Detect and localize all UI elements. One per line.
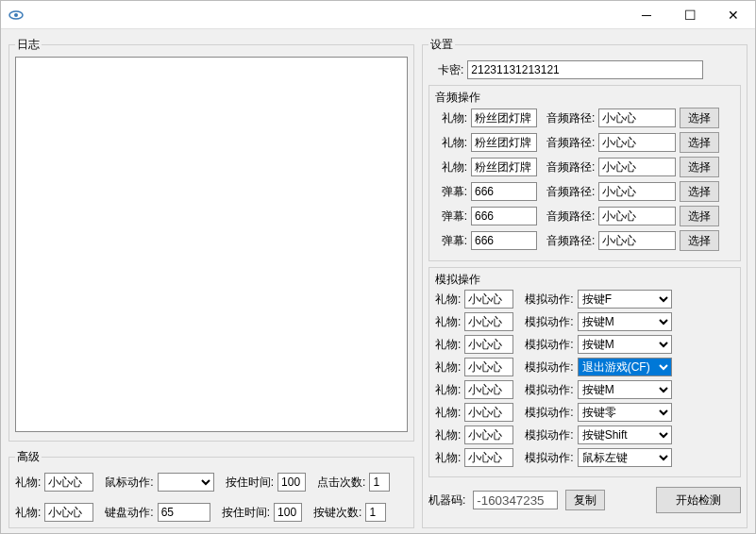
audio-title: 音频操作 <box>435 90 734 106</box>
audio-select-button[interactable]: 选择 <box>680 132 719 153</box>
sim-action-select[interactable]: 按键零 <box>578 403 672 422</box>
audio-path-input[interactable] <box>598 231 676 250</box>
sim-gift-input[interactable] <box>464 403 513 422</box>
hold-time-label-2: 按住时间: <box>222 505 270 521</box>
audio-select-button[interactable]: 选择 <box>680 157 719 177</box>
content-area: 日志 高级 礼物: 鼠标动作: 按住时间: 点击次数: 礼物: <box>1 29 755 534</box>
sim-action-select[interactable]: 按键M <box>578 335 672 354</box>
minimize-button[interactable]: ─ <box>625 1 668 29</box>
main-window: ─ ☐ ✕ 日志 高级 礼物: 鼠标动作: 按住时间: 点击次数: <box>0 0 756 534</box>
audio-path-input[interactable] <box>598 182 676 201</box>
settings-panel: 设置 卡密: 音频操作 礼物:音频路径:选择礼物:音频路径:选择礼物:音频路径:… <box>422 37 748 528</box>
sim-action-select[interactable]: 鼠标左键 <box>578 448 672 467</box>
audio-path-input[interactable] <box>598 108 676 127</box>
sim-gift-label: 礼物: <box>435 450 461 466</box>
audio-value-input[interactable] <box>471 133 537 152</box>
audio-path-input[interactable] <box>598 207 676 225</box>
audio-group: 音频操作 礼物:音频路径:选择礼物:音频路径:选择礼物:音频路径:选择弹幕:音频… <box>428 85 741 261</box>
sim-action-select[interactable]: 按键F <box>578 290 672 309</box>
app-icon <box>8 8 24 23</box>
gift-input-2[interactable] <box>44 503 93 522</box>
audio-path-label: 音频路径: <box>546 159 595 175</box>
log-textarea[interactable] <box>15 57 408 432</box>
titlebar: ─ ☐ ✕ <box>1 1 755 29</box>
sim-gift-input[interactable] <box>464 335 513 354</box>
sim-action-label: 模拟动作: <box>525 382 573 398</box>
audio-type-label: 弹幕: <box>435 209 467 225</box>
close-button[interactable]: ✕ <box>712 1 755 29</box>
audio-select-button[interactable]: 选择 <box>680 206 719 226</box>
audio-path-label: 音频路径: <box>546 184 595 200</box>
sim-gift-label: 礼物: <box>435 337 461 353</box>
sim-action-label: 模拟动作: <box>525 314 573 330</box>
sim-gift-input[interactable] <box>464 426 513 444</box>
card-input[interactable] <box>467 60 703 79</box>
audio-value-input[interactable] <box>471 207 537 225</box>
svg-point-1 <box>14 13 18 17</box>
log-panel: 日志 <box>8 37 414 442</box>
sim-action-label: 模拟动作: <box>525 359 573 375</box>
sim-action-label: 模拟动作: <box>525 292 573 308</box>
audio-type-label: 弹幕: <box>435 233 467 249</box>
sim-action-select[interactable]: 按键M <box>578 380 672 399</box>
click-count-input[interactable] <box>369 473 390 492</box>
mouse-action-select[interactable] <box>158 473 214 492</box>
sim-title: 模拟操作 <box>435 272 734 288</box>
audio-value-input[interactable] <box>471 158 537 176</box>
audio-type-label: 礼物: <box>435 110 467 126</box>
sim-gift-input[interactable] <box>464 448 513 467</box>
sim-gift-label: 礼物: <box>435 427 461 443</box>
audio-value-input[interactable] <box>471 231 537 250</box>
audio-type-label: 弹幕: <box>435 184 467 200</box>
keyboard-action-input[interactable] <box>158 503 210 522</box>
sim-gift-input[interactable] <box>464 358 513 376</box>
copy-button[interactable]: 复制 <box>565 490 605 510</box>
hold-time-label-1: 按住时间: <box>226 475 274 491</box>
audio-path-label: 音频路径: <box>546 233 595 249</box>
gift-label-2: 礼物: <box>15 505 41 521</box>
sim-action-select[interactable]: 按键Shift <box>578 426 672 444</box>
card-label: 卡密: <box>438 62 463 78</box>
sim-action-label: 模拟动作: <box>525 427 573 443</box>
keyboard-action-label: 键盘动作: <box>105 505 153 521</box>
sim-gift-input[interactable] <box>464 380 513 399</box>
sim-gift-input[interactable] <box>464 312 513 331</box>
sim-gift-input[interactable] <box>464 290 513 309</box>
audio-path-label: 音频路径: <box>546 209 595 225</box>
sim-gift-label: 礼物: <box>435 405 461 421</box>
maximize-button[interactable]: ☐ <box>668 1 712 29</box>
advanced-legend: 高级 <box>15 449 42 465</box>
machine-code-label: 机器码: <box>428 492 465 509</box>
gift-label: 礼物: <box>15 475 41 491</box>
audio-select-button[interactable]: 选择 <box>680 230 719 251</box>
log-legend: 日志 <box>15 37 42 53</box>
audio-path-input[interactable] <box>598 133 676 152</box>
settings-legend: 设置 <box>428 37 455 53</box>
sim-gift-label: 礼物: <box>435 382 461 398</box>
sim-gift-label: 礼物: <box>435 292 461 308</box>
key-count-label: 按键次数: <box>313 505 361 521</box>
mouse-action-label: 鼠标动作: <box>105 475 153 491</box>
start-detect-button[interactable]: 开始检测 <box>656 487 741 513</box>
sim-action-label: 模拟动作: <box>525 337 573 353</box>
sim-action-select[interactable]: 按键M <box>578 312 672 331</box>
advanced-panel: 高级 礼物: 鼠标动作: 按住时间: 点击次数: 礼物: 键盘动作: 按住 <box>8 449 414 528</box>
sim-gift-label: 礼物: <box>435 359 461 375</box>
sim-action-label: 模拟动作: <box>525 450 573 466</box>
audio-type-label: 礼物: <box>435 135 467 151</box>
sim-action-label: 模拟动作: <box>525 405 573 421</box>
audio-select-button[interactable]: 选择 <box>680 181 719 202</box>
sim-group: 模拟操作 礼物:模拟动作:按键F礼物:模拟动作:按键M礼物:模拟动作:按键M礼物… <box>428 267 741 477</box>
key-count-input[interactable] <box>365 503 386 522</box>
audio-path-input[interactable] <box>598 158 676 176</box>
sim-action-select[interactable]: 退出游戏(CF) <box>578 358 672 376</box>
hold-time-input-1[interactable] <box>277 473 306 492</box>
click-count-label: 点击次数: <box>317 475 365 491</box>
hold-time-input-2[interactable] <box>274 503 302 522</box>
audio-select-button[interactable]: 选择 <box>680 108 719 128</box>
audio-value-input[interactable] <box>471 108 537 127</box>
machine-code-input[interactable] <box>473 491 558 509</box>
audio-type-label: 礼物: <box>435 159 467 175</box>
audio-value-input[interactable] <box>471 182 537 201</box>
gift-input-1[interactable] <box>44 473 93 492</box>
